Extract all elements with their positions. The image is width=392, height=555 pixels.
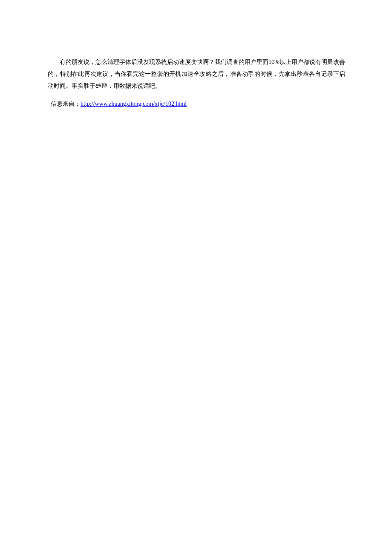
source-label: 信息来自： xyxy=(51,101,81,107)
body-paragraph: 有的朋友说，怎么清理字体后没发现系统启动速度变快啊？我们调查的用户里面90%以上… xyxy=(48,56,345,92)
source-link[interactable]: http://www.zhuangxitong.com/xtjc/102.htm… xyxy=(81,101,187,107)
source-line: 信息来自：http://www.zhuangxitong.com/xtjc/10… xyxy=(48,98,345,110)
document-page: 有的朋友说，怎么清理字体后没发现系统启动速度变快啊？我们调查的用户里面90%以上… xyxy=(0,0,392,110)
